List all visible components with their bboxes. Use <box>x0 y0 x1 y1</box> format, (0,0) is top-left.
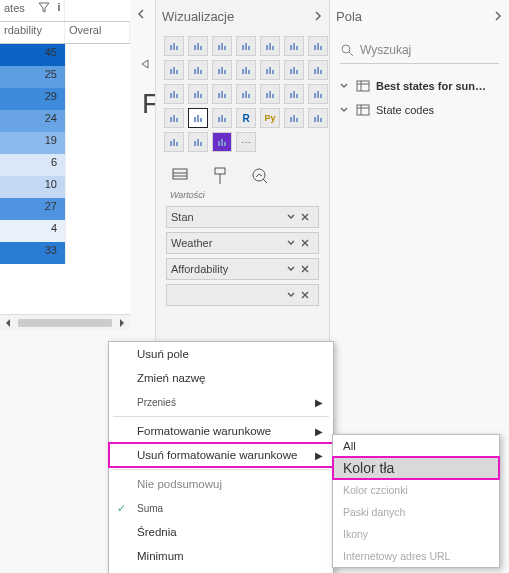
chevron-down-icon[interactable] <box>340 82 350 90</box>
horizontal-scrollbar[interactable] <box>0 314 130 330</box>
table-entry[interactable]: State codes <box>340 98 499 122</box>
viz-kpi-icon[interactable] <box>308 84 328 104</box>
table-row[interactable]: 19 <box>0 132 130 154</box>
viz-powerapps-icon[interactable] <box>212 132 232 152</box>
svg-rect-57 <box>290 93 292 98</box>
expand-panel-icon[interactable] <box>139 58 153 72</box>
viz-clustered-column-icon[interactable] <box>236 36 256 56</box>
chevron-down-icon[interactable] <box>286 212 300 222</box>
viz-treemap-icon[interactable] <box>308 60 328 80</box>
menu-rename[interactable]: Zmień nazwę <box>109 366 333 390</box>
viz-filled-map-icon[interactable] <box>188 84 208 104</box>
field-wells: StanWeatherAffordability <box>156 206 329 306</box>
table-row[interactable]: 10 <box>0 176 130 198</box>
search-input[interactable]: Wyszukaj <box>340 36 499 64</box>
menu-minimum[interactable]: Minimum <box>109 544 333 568</box>
viz-waterfall-icon[interactable] <box>212 60 232 80</box>
cell-affordability: 24 <box>0 110 65 132</box>
field-well[interactable]: Affordability <box>166 258 319 280</box>
filter-icon[interactable] <box>38 1 52 13</box>
scroll-left-icon[interactable] <box>2 317 14 329</box>
viz-card-icon[interactable] <box>260 84 280 104</box>
submenu-all[interactable]: All <box>333 435 499 457</box>
viz-donut-icon[interactable] <box>284 60 304 80</box>
viz-more-icon[interactable]: ⋯ <box>236 132 256 152</box>
viz-qa-icon[interactable] <box>164 132 184 152</box>
submenu-web-url[interactable]: Internetowy adres URL <box>333 545 499 567</box>
menu-conditional-formatting[interactable]: Formatowanie warunkowe▶ <box>109 419 333 443</box>
viz-key-influencers-icon[interactable] <box>284 108 304 128</box>
table-row[interactable]: 24 <box>0 110 130 132</box>
field-well[interactable] <box>166 284 319 306</box>
chevron-right-icon[interactable] <box>313 11 323 21</box>
remove-icon[interactable] <box>300 212 314 222</box>
viz-r-icon[interactable]: R <box>236 108 256 128</box>
viz-py-icon[interactable]: Py <box>260 108 280 128</box>
chevron-down-icon[interactable] <box>286 264 300 274</box>
scroll-thumb[interactable] <box>18 319 112 327</box>
svg-rect-70 <box>221 115 223 122</box>
viz-area-icon[interactable] <box>284 36 304 56</box>
viz-decomposition-icon[interactable] <box>308 108 328 128</box>
viz-paginated-icon[interactable] <box>188 132 208 152</box>
table-row[interactable]: 33 <box>0 242 130 264</box>
submenu-font-color[interactable]: Kolor czcionki <box>333 479 499 501</box>
field-well[interactable]: Weather <box>166 232 319 254</box>
viz-clustered-bar-icon[interactable] <box>188 36 208 56</box>
menu-remove-conditional-formatting[interactable]: Usuń formatowanie warunkowe▶ <box>109 443 333 467</box>
viz-line-column-icon[interactable] <box>164 60 184 80</box>
viz-slicer-icon[interactable] <box>164 108 184 128</box>
remove-icon[interactable] <box>300 238 314 248</box>
header-states: ates <box>4 2 25 14</box>
viz-scatter-icon[interactable] <box>236 60 256 80</box>
menu-average[interactable]: Średnia <box>109 520 333 544</box>
table-row[interactable]: 29 <box>0 88 130 110</box>
col-affordability[interactable]: rdability <box>0 22 65 43</box>
menu-sum[interactable]: ✓Suma <box>109 496 333 520</box>
menu-no-summarize[interactable]: Nie podsumowuj <box>109 472 333 496</box>
visualizations-header[interactable]: Wizualizacje <box>156 0 329 32</box>
chevron-right-icon[interactable] <box>493 11 503 21</box>
chevron-down-icon[interactable] <box>286 290 300 300</box>
viz-table-icon[interactable] <box>188 108 208 128</box>
analytics-tool-icon[interactable] <box>250 166 272 188</box>
svg-rect-90 <box>215 168 225 174</box>
viz-multi-card-icon[interactable] <box>284 84 304 104</box>
viz-stacked-area-icon[interactable] <box>308 36 328 56</box>
table-row[interactable]: 45 <box>0 44 130 66</box>
col-overall[interactable]: Overal <box>65 22 130 43</box>
chevron-down-icon[interactable] <box>340 106 350 114</box>
table-row[interactable]: 4 <box>0 220 130 242</box>
field-well[interactable]: Stan <box>166 206 319 228</box>
info-icon[interactable]: i <box>52 1 65 13</box>
collapse-filters-icon[interactable] <box>135 8 147 20</box>
menu-move[interactable]: Przenieś▶ <box>109 390 333 414</box>
viz-stacked-column-icon[interactable] <box>212 36 232 56</box>
scroll-right-icon[interactable] <box>116 317 128 329</box>
submenu-icons[interactable]: Ikony <box>333 523 499 545</box>
viz-funnel-icon[interactable] <box>212 84 232 104</box>
table-row[interactable]: 25 <box>0 66 130 88</box>
fields-header[interactable]: Pola <box>330 0 509 32</box>
fields-tool-icon[interactable] <box>170 166 192 188</box>
table-entry[interactable]: Best states for sun… <box>340 74 499 98</box>
svg-rect-55 <box>269 91 271 98</box>
viz-map-icon[interactable] <box>164 84 184 104</box>
menu-maximum[interactable]: Maksimum <box>109 568 333 573</box>
chevron-down-icon[interactable] <box>286 238 300 248</box>
viz-ribbon-icon[interactable] <box>188 60 208 80</box>
menu-remove-field[interactable]: Usuń pole <box>109 342 333 366</box>
viz-pie-icon[interactable] <box>260 60 280 80</box>
remove-icon[interactable] <box>300 264 314 274</box>
viz-stacked-bar-icon[interactable] <box>164 36 184 56</box>
table-row[interactable]: 6 <box>0 154 130 176</box>
submenu-data-bars[interactable]: Paski danych <box>333 501 499 523</box>
submenu-background-color[interactable]: Kolor tła <box>333 457 499 479</box>
table-row[interactable]: 27 <box>0 198 130 220</box>
remove-icon[interactable] <box>300 290 314 300</box>
svg-rect-30 <box>242 69 244 74</box>
viz-gauge-icon[interactable] <box>236 84 256 104</box>
format-tool-icon[interactable] <box>210 166 232 188</box>
viz-matrix-icon[interactable] <box>212 108 232 128</box>
viz-line-icon[interactable] <box>260 36 280 56</box>
